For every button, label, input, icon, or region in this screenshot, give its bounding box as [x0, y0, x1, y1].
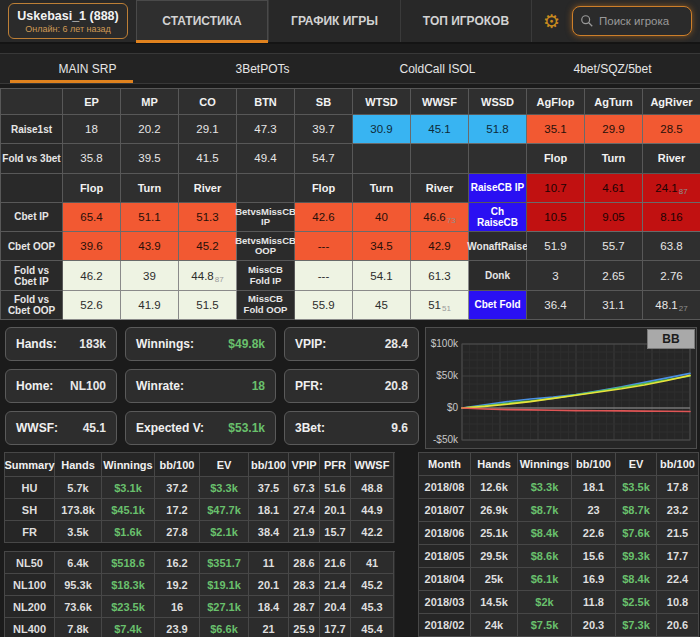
table-cell: $8.4k: [518, 522, 572, 545]
player-info-box[interactable]: Uskebasi_1 (888) Онлайн: 6 лет назад: [8, 3, 128, 39]
stat-cell: 39.5: [121, 144, 179, 173]
table-cell: 25k: [471, 568, 518, 591]
stat-cell: 61.3: [411, 261, 469, 290]
stat-col-header: MP: [121, 89, 179, 115]
stat-cell: 2.65: [585, 261, 643, 290]
column-header: WWSF: [351, 453, 394, 477]
sample-size: 27: [679, 304, 688, 313]
cell-text: 35.8: [80, 152, 102, 164]
table-cell: 17.7: [657, 545, 699, 568]
cell-text: Cbet Fold: [474, 299, 520, 310]
table-cell: $18.3k: [102, 574, 155, 596]
table-cell: 5.7k: [55, 477, 102, 499]
table-cell: $9.3k: [616, 545, 657, 568]
column-header: bb/100: [249, 453, 289, 477]
settings-button[interactable]: ⚙: [539, 12, 564, 31]
table-cell: 51.6: [320, 477, 351, 499]
column-header: PFR: [320, 453, 351, 477]
cell-text: MP: [141, 96, 158, 108]
summary-box-hands: Hands:183k: [5, 327, 117, 361]
stat-col-header: AgFlop: [527, 89, 585, 115]
cell-text: 2.65: [602, 270, 624, 282]
cell-text: 10.7: [544, 182, 566, 194]
cell-text: 51.8: [486, 123, 508, 135]
cell-text: MissCB Fold OOP: [238, 294, 293, 315]
player-name: Uskebasi_1 (888): [17, 9, 118, 23]
summary-label: Winrate:: [136, 379, 184, 393]
stat-col-header: Flop: [295, 174, 353, 203]
bb-toggle-button[interactable]: BB: [647, 329, 695, 349]
tab-top-players[interactable]: ТОП ИГРОКОВ: [400, 0, 532, 42]
cell-text: 51.1: [138, 211, 160, 223]
stat-cell: 51.1: [121, 203, 179, 232]
cell-text: 41.9: [138, 299, 160, 311]
cell-text: 63.8: [660, 240, 682, 252]
stat-cell: [469, 144, 527, 173]
cell-text: Turn: [370, 182, 394, 194]
cell-text: Flop: [544, 152, 567, 164]
subtab-coldcall-isol[interactable]: ColdCall ISOL: [350, 54, 525, 83]
stat-cell: 4.61: [585, 174, 643, 203]
sample-size: 87: [679, 187, 688, 196]
summary-value: 28.4: [385, 337, 408, 351]
subtab-label: 4bet/SQZ/5bet: [573, 62, 651, 76]
stat-cell: 35.8: [63, 144, 121, 173]
stat-col-header: WSSD: [469, 89, 527, 115]
cell-text: 35.1: [544, 123, 566, 135]
tab-statistics[interactable]: СТАТИСТИКА: [136, 0, 268, 42]
table-cell: 95.3k: [55, 574, 102, 596]
cell-text: 55.7: [602, 240, 624, 252]
cell-text: 28.5: [660, 123, 682, 135]
cell-text: CO: [199, 96, 216, 108]
stat-col-header: [1, 89, 63, 115]
table-cell: $3.5k: [616, 476, 657, 499]
cell-text: 29.1: [196, 123, 218, 135]
cell-text: AgRiver: [650, 96, 692, 108]
table-cell: 26.9k: [471, 499, 518, 522]
row-label: HU: [5, 477, 55, 499]
cell-text: MissCB Fold IP: [238, 265, 293, 286]
column-header: EV: [200, 453, 249, 477]
cell-text: Turn: [138, 182, 162, 194]
app-window: Uskebasi_1 (888) Онлайн: 6 лет назад СТА…: [0, 0, 700, 637]
stat-cell: 43.9: [121, 232, 179, 261]
subtab-main-srp[interactable]: MAIN SRP: [0, 54, 175, 83]
search-input[interactable]: [572, 6, 692, 36]
summary-label: 3Bet:: [295, 421, 325, 435]
tab-game-graph[interactable]: ГРАФИК ИГРЫ: [268, 0, 400, 42]
stat-cell: 41.5: [179, 144, 237, 173]
stat-row-label: Ch RaiseCB: [469, 203, 527, 232]
table-cell: 16: [155, 596, 200, 618]
stat-cell: 40: [353, 203, 411, 232]
summary-label: Winnings:: [136, 337, 194, 351]
stat-cell: 24.187: [643, 174, 700, 203]
stat-cell: 51.8: [469, 115, 527, 144]
cell-text: ---: [318, 270, 330, 282]
table-cell: $19.1k: [200, 574, 249, 596]
stat-col-header: SB: [295, 89, 353, 115]
cell-text: BetvsMissCB OOP: [235, 236, 296, 257]
table-cell: 42.2: [351, 521, 394, 543]
table-cell: 22.6: [572, 522, 616, 545]
stat-subtabs: MAIN SRP3BetPOTsColdCall ISOL4bet/SQZ/5b…: [0, 53, 700, 84]
stat-col-header: AgTurn: [585, 89, 643, 115]
stat-cell: 28.5: [643, 115, 700, 144]
table-cell: $2.5k: [616, 591, 657, 614]
stat-row-label: Donk: [469, 261, 527, 290]
table-cell: 22.4: [657, 568, 699, 591]
subtab-4bet-sqz-5bet[interactable]: 4bet/SQZ/5bet: [525, 54, 700, 83]
table-cell: 18.1: [572, 476, 616, 499]
cell-text: 55.9: [312, 299, 334, 311]
table-cell: 27.4: [289, 499, 320, 521]
cell-text: 45: [375, 299, 388, 311]
column-header: bb/100: [155, 453, 200, 477]
cell-text: River: [658, 152, 686, 164]
cell-text: WSSD: [481, 96, 514, 108]
cell-text: 48.1: [655, 299, 677, 311]
cell-text: Turn: [602, 152, 626, 164]
stat-col-header: WTSD: [353, 89, 411, 115]
cell-text: 20.2: [138, 123, 160, 135]
stat-cell: 29.1: [179, 115, 237, 144]
subtab-3bet-pots[interactable]: 3BetPOTs: [175, 54, 350, 83]
table-cell: 16.2: [155, 552, 200, 574]
